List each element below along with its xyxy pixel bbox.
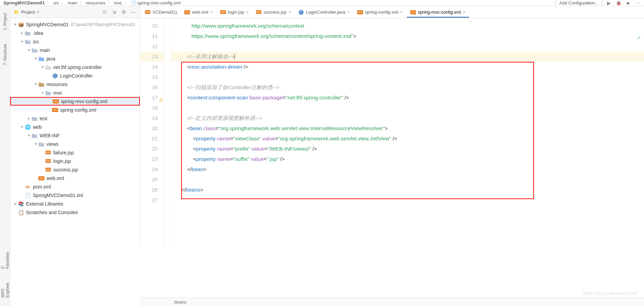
line-number[interactable]: 19 <box>140 113 164 123</box>
debug-icon[interactable]: 🐞 <box>615 0 621 6</box>
chevron-icon[interactable]: ▾ <box>13 22 18 27</box>
close-icon[interactable]: × <box>210 10 213 15</box>
tree-item[interactable]: ▾WEB-INF <box>10 131 140 140</box>
tree-item[interactable]: ▸📋Scratches and Consoles <box>10 208 140 217</box>
tree-item[interactable]: ▾mvc <box>10 88 140 97</box>
line-number[interactable]: 21 <box>140 134 164 144</box>
editor-tab[interactable]: JSPsuccess.jsp× <box>253 8 294 18</box>
code-line[interactable]: http://www.springframework.org/schema/co… <box>171 21 644 31</box>
tree-item[interactable]: ▸test <box>10 114 140 123</box>
line-number[interactable]: 13 <box>140 52 164 62</box>
code-line[interactable]: <bean class="org.springframework.web.ser… <box>171 123 644 134</box>
code-line[interactable]: <!--定义内部资源视图解析器--> <box>171 113 644 123</box>
close-icon[interactable]: × <box>289 10 291 15</box>
rail-item[interactable]: 7: Structure <box>3 44 8 65</box>
line-number[interactable]: 20 <box>140 123 164 134</box>
tree-item[interactable]: ▾views <box>10 140 140 148</box>
code-line[interactable] <box>171 175 644 185</box>
chevron-icon[interactable]: ▾ <box>27 48 31 52</box>
tree-item[interactable]: ▸</>spring-mvc-config.xml <box>10 97 140 106</box>
line-number[interactable]: 16 <box>140 82 164 93</box>
close-icon[interactable]: × <box>246 10 249 15</box>
tree-item[interactable]: ▸📚External Libraries <box>10 199 140 208</box>
inspection-ok-icon[interactable]: ✓ <box>637 34 641 41</box>
breadcrumb[interactable]: SpringMVCDemo01〉src〉main〉resources〉mvc〉📄… <box>3 0 180 6</box>
chevron-icon[interactable]: ▾ <box>33 56 38 61</box>
breadcrumb-item[interactable]: main <box>68 0 77 5</box>
chevron-icon[interactable]: ▾ <box>20 39 25 44</box>
run-icon[interactable]: ▶ <box>606 0 612 6</box>
tree-item[interactable]: ▸JSPlogin.jsp <box>10 157 140 165</box>
tree-item[interactable]: ▸</>web.xml <box>10 174 140 182</box>
line-number[interactable]: 26 <box>140 185 164 195</box>
code-line[interactable]: <mvc:annotation-driven /> <box>171 62 644 72</box>
code-line[interactable]: https://www.springframework.org/schema/c… <box>171 31 644 41</box>
hide-icon[interactable]: — <box>130 9 136 15</box>
rail-item[interactable]: 2: Favorites <box>0 252 10 269</box>
chevron-icon[interactable]: ▸ <box>20 31 25 35</box>
line-number[interactable]: 14 <box>140 62 164 72</box>
editor-tab[interactable]: </>web.xml× <box>181 8 216 18</box>
chevron-icon[interactable]: ▾ <box>33 82 38 86</box>
code-line[interactable]: <property name="viewClass" value="org.sp… <box>171 134 644 144</box>
chevron-icon[interactable]: ▸ <box>13 201 18 206</box>
editor-tab[interactable]: JSPlogin.jsp× <box>217 8 252 18</box>
chevron-icon[interactable]: ▾ <box>40 65 45 69</box>
code-line[interactable]: <property name="prefix" value="/WEB-INF/… <box>171 144 644 154</box>
fold-column[interactable] <box>164 18 171 245</box>
line-number[interactable]: 18 <box>140 103 164 113</box>
rail-item[interactable]: AWS Explorer <box>0 282 10 298</box>
locate-icon[interactable]: ⊙ <box>102 9 108 15</box>
tree-item[interactable]: ▾net.lhf.spring.controller <box>10 63 140 71</box>
expand-icon[interactable]: ⇲ <box>111 9 117 15</box>
line-number[interactable]: 22 <box>140 144 164 154</box>
chevron-icon[interactable]: ▾ <box>33 142 38 146</box>
line-number[interactable]: 24 <box>140 164 164 175</box>
tree-item[interactable]: ▾java <box>10 54 140 63</box>
code-line[interactable]: <context:component-scan base-package="ne… <box>171 93 644 103</box>
editor-tab[interactable]: JSPVCDemo01) <box>142 8 180 18</box>
line-number[interactable]: 10 <box>140 21 164 31</box>
code-line[interactable] <box>171 103 644 113</box>
code-line[interactable]: </bean> <box>171 164 644 175</box>
stop-icon[interactable]: ■ <box>625 0 631 6</box>
tree-item[interactable]: ▸CLoginController <box>10 71 140 80</box>
gear-icon[interactable]: ⚙ <box>121 9 127 15</box>
editor-body[interactable]: 1011121314151617⚠18192021222324252627 ht… <box>140 18 644 245</box>
project-panel-title[interactable]: 📁 Project ▾ <box>14 10 39 15</box>
dropdown-icon[interactable]: ▾ <box>37 10 39 15</box>
line-number[interactable]: 15 <box>140 72 164 82</box>
rail-item[interactable]: 1: Project <box>3 13 8 30</box>
tree-item[interactable]: ▸</>spring-config.xml <box>10 106 140 114</box>
breadcrumb-item[interactable]: mvc <box>114 0 122 5</box>
line-number[interactable]: 25 <box>140 175 164 185</box>
tree-item[interactable]: ▾📦SpringMVCDemo01D:\java\JSP\SpringMVCDe… <box>10 20 140 29</box>
line-gutter[interactable]: 1011121314151617⚠18192021222324252627 <box>140 18 164 245</box>
code-line[interactable] <box>171 195 644 205</box>
close-icon[interactable]: × <box>463 10 466 15</box>
close-icon[interactable]: × <box>400 10 403 15</box>
line-number[interactable]: 11 <box>140 31 164 41</box>
tree-item[interactable]: ▾resources <box>10 80 140 88</box>
tree-item[interactable]: ▸JSPfailure.jsp <box>10 148 140 157</box>
tree-item[interactable]: ▸JSPsuccess.jsp <box>10 165 140 174</box>
tree-item[interactable]: ▸.idea <box>10 29 140 37</box>
add-configuration-button[interactable]: Add Configuration... <box>555 0 602 6</box>
breadcrumb-item[interactable]: 📄 spring-mvc-config.xml <box>131 0 180 5</box>
chevron-icon[interactable]: ▾ <box>40 91 45 95</box>
code-line[interactable]: <!--采用注解驱动--> <box>171 52 644 62</box>
breadcrumb-item[interactable]: src <box>53 0 59 5</box>
code-line[interactable]: <!--扫描添加了@Controller注解的类--> <box>171 82 644 93</box>
editor-tabs[interactable]: JSPVCDemo01)</>web.xml×JSPlogin.jsp×JSPs… <box>140 6 644 18</box>
more-icon[interactable]: ⋯ <box>634 0 641 6</box>
line-number[interactable]: 17⚠ <box>140 93 164 103</box>
editor-tab[interactable]: </>spring-mvc-config.xml× <box>407 8 469 18</box>
editor-tab[interactable]: </>spring-config.xml× <box>354 8 406 18</box>
code-line[interactable]: <property name="suffix" value=".jsp" /> <box>171 154 644 164</box>
tree-item[interactable]: ▸mpom.xml <box>10 182 140 191</box>
tree-item[interactable]: ▸📄SpringMVCDemo01.iml <box>10 191 140 199</box>
code-line[interactable]: </beans> <box>171 185 644 195</box>
breadcrumb-item[interactable]: SpringMVCDemo01 <box>3 0 45 5</box>
code-line[interactable] <box>171 41 644 52</box>
line-number[interactable]: 23 <box>140 154 164 164</box>
